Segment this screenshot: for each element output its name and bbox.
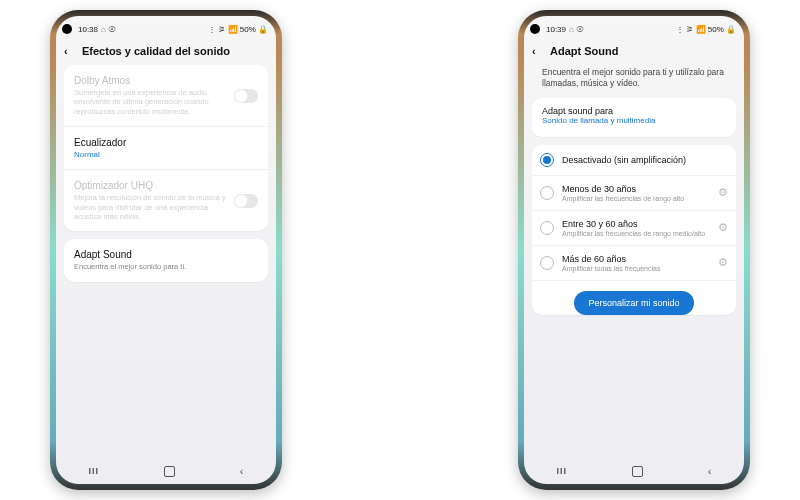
status-right-icons: ⋮ ⚞ 📶 50% 🔒 xyxy=(676,25,736,34)
option-over-60[interactable]: Más de 60 años Amplificar todas las frec… xyxy=(532,246,736,281)
back-icon[interactable]: ‹ xyxy=(532,45,544,57)
nav-recents-icon[interactable]: III xyxy=(556,466,567,476)
radio-icon xyxy=(540,186,554,200)
punch-hole-camera xyxy=(530,24,540,34)
equalizer-value: Normal xyxy=(74,150,258,159)
radio-icon xyxy=(540,256,554,270)
dolby-toggle xyxy=(234,89,258,103)
nav-recents-icon[interactable]: III xyxy=(88,466,99,476)
status-time: 10:38 xyxy=(78,25,98,34)
intro-text: Encuentra el mejor sonido para ti y util… xyxy=(532,65,736,98)
option-sub: Amplificar las frecuencias de rango medi… xyxy=(562,230,714,237)
status-bar: 10:39 ⌂ ⦿ ⋮ ⚞ 📶 50% 🔒 xyxy=(524,16,744,39)
radio-icon xyxy=(540,153,554,167)
option-under-30[interactable]: Menos de 30 años Amplificar las frecuenc… xyxy=(532,176,736,211)
option-label: Entre 30 y 60 años xyxy=(562,219,714,229)
nav-bar: III ‹ xyxy=(56,458,276,484)
status-right-icons: ⋮ ⚞ 📶 50% 🔒 xyxy=(208,25,268,34)
adapt-title: Adapt Sound xyxy=(74,249,258,260)
status-left-icons: ⌂ ⦿ xyxy=(101,25,116,34)
page-title: Efectos y calidad del sonido xyxy=(82,45,230,57)
section-header: Adapt sound para xyxy=(532,98,736,116)
nav-bar: III ‹ xyxy=(524,458,744,484)
uhq-title: Optimizador UHQ xyxy=(74,180,234,191)
phone-right: 10:39 ⌂ ⦿ ⋮ ⚞ 📶 50% 🔒 ‹ Adapt Sound Encu… xyxy=(518,10,750,490)
screen-sound-quality: 10:38 ⌂ ⦿ ⋮ ⚞ 📶 50% 🔒 ‹ Efectos y calida… xyxy=(56,16,276,484)
uhq-toggle xyxy=(234,194,258,208)
adapt-sound-row[interactable]: Adapt Sound Encuentra el mejor sonido pa… xyxy=(64,239,268,281)
uhq-sub: Mejora la resolución de sonido de la mús… xyxy=(74,193,234,221)
back-icon[interactable]: ‹ xyxy=(64,45,76,57)
gear-icon[interactable]: ⚙ xyxy=(718,256,728,269)
option-off[interactable]: Desactivado (sin amplificación) xyxy=(532,145,736,176)
gear-icon[interactable]: ⚙ xyxy=(718,186,728,199)
gear-icon[interactable]: ⚙ xyxy=(718,221,728,234)
dolby-sub: Sumérgete en una experiencia de audio en… xyxy=(74,88,234,116)
nav-home-icon[interactable] xyxy=(164,466,175,477)
equalizer-row[interactable]: Ecualizador Normal xyxy=(64,127,268,170)
customize-sound-button[interactable]: Personalizar mi sonido xyxy=(574,291,693,315)
status-left-icons: ⌂ ⦿ xyxy=(569,25,584,34)
dolby-title: Dolby Atmos xyxy=(74,75,234,86)
status-time: 10:39 xyxy=(546,25,566,34)
phone-left: 10:38 ⌂ ⦿ ⋮ ⚞ 📶 50% 🔒 ‹ Efectos y calida… xyxy=(50,10,282,490)
app-bar: ‹ Adapt Sound xyxy=(524,39,744,65)
option-sub: Amplificar las frecuencias de rango alto xyxy=(562,195,714,202)
uhq-row: Optimizador UHQ Mejora la resolución de … xyxy=(64,170,268,231)
option-sub: Amplificar todas las frecuencias xyxy=(562,265,714,272)
status-bar: 10:38 ⌂ ⦿ ⋮ ⚞ 📶 50% 🔒 xyxy=(56,16,276,39)
dolby-atmos-row: Dolby Atmos Sumérgete en una experiencia… xyxy=(64,65,268,127)
page-title: Adapt Sound xyxy=(550,45,618,57)
nav-home-icon[interactable] xyxy=(632,466,643,477)
option-label: Más de 60 años xyxy=(562,254,714,264)
adapt-sub: Encuentra el mejor sonido para ti. xyxy=(74,262,258,271)
equalizer-title: Ecualizador xyxy=(74,137,258,148)
adapt-target-value[interactable]: Sonido de llamada y multimedia xyxy=(532,116,736,133)
punch-hole-camera xyxy=(62,24,72,34)
option-label: Menos de 30 años xyxy=(562,184,714,194)
option-label: Desactivado (sin amplificación) xyxy=(562,155,728,165)
option-30-60[interactable]: Entre 30 y 60 años Amplificar las frecue… xyxy=(532,211,736,246)
nav-back-icon[interactable]: ‹ xyxy=(240,465,244,477)
app-bar: ‹ Efectos y calidad del sonido xyxy=(56,39,276,65)
screen-adapt-sound: 10:39 ⌂ ⦿ ⋮ ⚞ 📶 50% 🔒 ‹ Adapt Sound Encu… xyxy=(524,16,744,484)
nav-back-icon[interactable]: ‹ xyxy=(708,465,712,477)
radio-icon xyxy=(540,221,554,235)
